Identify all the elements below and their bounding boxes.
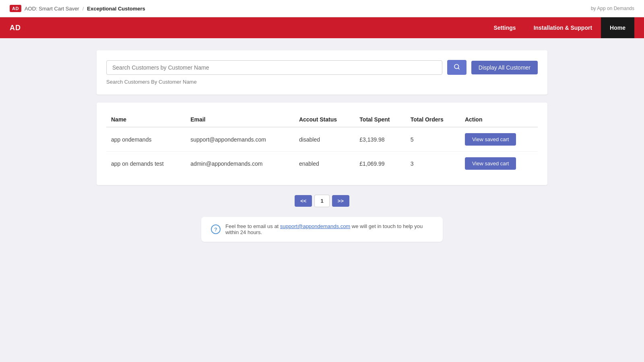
breadcrumb-separator: /	[83, 6, 84, 12]
search-button[interactable]	[447, 60, 466, 75]
current-page-button[interactable]: 1	[314, 195, 329, 207]
navbar-logo: AD	[10, 24, 21, 32]
cell-name: app on demands test	[106, 152, 186, 176]
search-row: Display All Customer	[106, 60, 538, 75]
col-email: Email	[186, 112, 294, 127]
view-saved-cart-button[interactable]: View saved cart	[465, 157, 516, 170]
col-name: Name	[106, 112, 186, 127]
table-card: Name Email Accout Status Total Spent Tot…	[97, 103, 547, 185]
svg-line-1	[458, 68, 459, 69]
breadcrumb-app-name: AOD: Smart Cart Saver	[25, 6, 79, 12]
search-hint: Search Customers By Customer Name	[106, 79, 538, 85]
search-card: Display All Customer Search Customers By…	[97, 50, 547, 95]
nav-settings[interactable]: Settings	[485, 17, 524, 38]
col-action: Action	[460, 112, 538, 127]
col-account-status: Accout Status	[294, 112, 355, 127]
footer-info: ? Feel free to email us at support@appon…	[201, 217, 443, 242]
customers-table: Name Email Accout Status Total Spent Tot…	[106, 112, 538, 175]
cell-total-spent: £1,069.99	[355, 152, 405, 176]
col-total-orders: Total Orders	[406, 112, 460, 127]
footer-text: Feel free to email us at support@apponde…	[225, 223, 433, 235]
nav-installation-support[interactable]: Installation & Support	[525, 17, 601, 38]
cell-total-orders: 5	[406, 127, 460, 152]
search-icon	[454, 64, 460, 70]
col-total-spent: Total Spent	[355, 112, 405, 127]
cell-status: disabled	[294, 127, 355, 152]
nav-home[interactable]: Home	[601, 17, 634, 38]
table-row: app ondemands support@appondemands.com d…	[106, 127, 538, 152]
cell-status: enabled	[294, 152, 355, 176]
prev-page-button[interactable]: <<	[295, 195, 312, 207]
footer-text-before: Feel free to email us at	[225, 223, 280, 229]
breadcrumb-page: Exceptional Customers	[87, 6, 145, 12]
view-saved-cart-button[interactable]: View saved cart	[465, 133, 516, 146]
breadcrumb: AD AOD: Smart Cart Saver / Exceptional C…	[10, 5, 145, 12]
cell-total-orders: 3	[406, 152, 460, 176]
breadcrumb-logo: AD	[10, 5, 21, 12]
table-row: app on demands test admin@appondemands.c…	[106, 152, 538, 176]
navbar: AD Settings Installation & Support Home	[0, 17, 644, 38]
search-input[interactable]	[106, 60, 442, 75]
display-all-button[interactable]: Display All Customer	[471, 61, 538, 74]
next-page-button[interactable]: >>	[332, 195, 349, 207]
cell-name: app ondemands	[106, 127, 186, 152]
pagination: << 1 >>	[97, 195, 547, 207]
breadcrumb-by: by App on Demands	[591, 6, 634, 11]
cell-total-spent: £3,139.98	[355, 127, 405, 152]
cell-action: View saved cart	[460, 152, 538, 176]
breadcrumb-bar: AD AOD: Smart Cart Saver / Exceptional C…	[0, 0, 644, 17]
cell-email: support@appondemands.com	[186, 127, 294, 152]
cell-action: View saved cart	[460, 127, 538, 152]
navbar-links: Settings Installation & Support Home	[485, 17, 634, 38]
support-email-link[interactable]: support@appondemands.com	[280, 223, 350, 229]
main-content: Display All Customer Search Customers By…	[80, 38, 564, 254]
info-icon: ?	[211, 224, 221, 234]
cell-email: admin@appondemands.com	[186, 152, 294, 176]
